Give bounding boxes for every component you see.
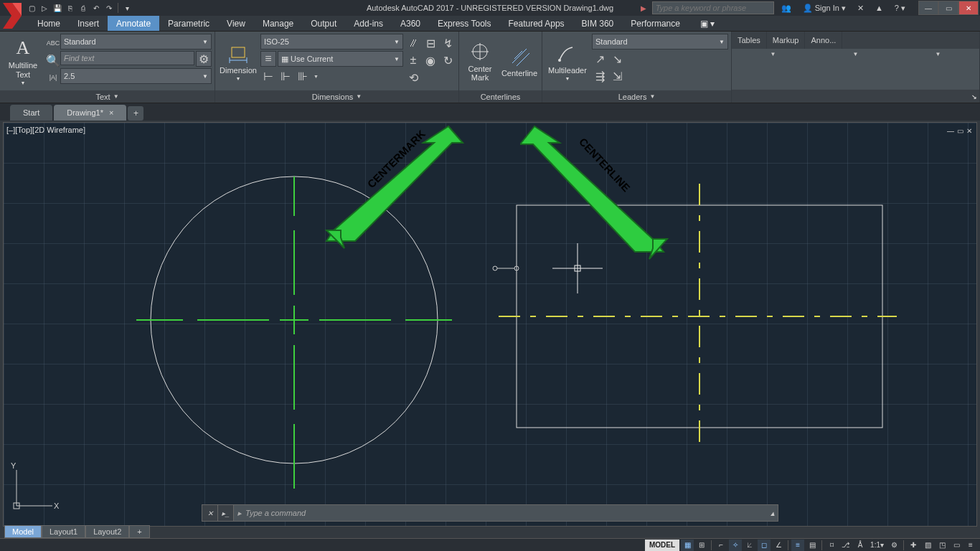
maximize-button[interactable]: ▭ <box>938 1 958 15</box>
tables-expand-icon[interactable]: ▼ <box>766 49 781 59</box>
a360-icon[interactable]: ▲ <box>871 1 887 14</box>
layout-tab[interactable]: Model <box>4 525 42 538</box>
status-iso2-icon[interactable]: ◳ <box>936 540 948 551</box>
sign-in-button[interactable]: 👤 Sign In ▾ <box>798 1 850 14</box>
status-lwt-icon[interactable]: ≡ <box>791 540 804 551</box>
leader-align-icon[interactable]: ⇶ <box>592 68 608 84</box>
menu-tab-view[interactable]: View <box>218 16 254 31</box>
new-tab-button[interactable]: + <box>128 106 143 121</box>
menu-tab-add-ins[interactable]: Add-ins <box>345 16 392 31</box>
status-annoscale-icon[interactable]: Å <box>854 540 867 551</box>
status-snapmode-icon[interactable]: ⊞ <box>695 540 708 551</box>
status-ortho-icon[interactable]: ⌐ <box>715 540 727 551</box>
dim-tol-icon[interactable]: ± <box>405 52 421 68</box>
search-play-icon[interactable]: ▶ <box>638 2 649 14</box>
text-style-dropdown[interactable]: Standard▼ <box>60 34 212 50</box>
dim-insp-icon[interactable]: ◉ <box>423 52 438 68</box>
anno-expand-icon[interactable]: ▼ <box>931 49 946 59</box>
status-sc-icon[interactable]: ⌑ <box>825 540 838 551</box>
markup-expand-icon[interactable]: ▼ <box>849 49 863 59</box>
center-mark-button[interactable]: Center Mark <box>462 34 498 88</box>
cmd-recent-icon[interactable]: ▴ <box>768 509 778 518</box>
status-osnap-icon[interactable]: ◻ <box>758 540 771 551</box>
status-custom-icon[interactable]: ≡ <box>964 540 977 551</box>
exchange-icon[interactable]: ✕ <box>853 1 868 14</box>
menu-tab-a360[interactable]: A360 <box>392 16 429 31</box>
find-text-input[interactable]: Find text <box>60 51 194 65</box>
status-hw-icon[interactable]: ▧ <box>921 540 934 551</box>
ribbon-tab-tables[interactable]: Tables <box>732 32 767 49</box>
dim-layer-icon[interactable]: ≡ <box>260 51 276 67</box>
ribbon-tab-anno[interactable]: Anno... <box>805 32 842 49</box>
viewport-label[interactable]: [–][Top][2D Wireframe] <box>6 126 85 134</box>
ribbon-collapse-icon[interactable]: ▣ ▾ <box>692 16 723 31</box>
menu-tab-home[interactable]: Home <box>29 16 69 31</box>
plot-icon[interactable]: ⎙ <box>77 2 89 14</box>
find-tool-icon[interactable]: 🔍 <box>45 52 61 68</box>
menu-tab-bim-360[interactable]: BIM 360 <box>573 16 623 31</box>
multileader-button[interactable]: Multileader ▼ <box>545 34 590 88</box>
leader-remove-icon[interactable]: ↘ <box>609 51 625 67</box>
add-layout-button[interactable]: + <box>129 525 149 538</box>
continue-dim-icon[interactable]: ⊪ <box>295 68 311 84</box>
dim-space-icon[interactable]: ⊟ <box>423 35 438 51</box>
help-icon[interactable]: ? ▾ <box>890 1 910 14</box>
status-scale-button[interactable]: 1:1 ▾ <box>868 540 886 551</box>
file-tab[interactable]: Start <box>10 105 52 121</box>
layout-tab[interactable]: Layout2 <box>85 525 129 538</box>
autocad-logo-icon[interactable] <box>0 0 24 30</box>
qat-dropdown-icon[interactable]: ▾ <box>121 2 133 14</box>
undo-icon[interactable]: ↶ <box>90 2 102 14</box>
panel-launcher-icon[interactable]: ↘ <box>971 93 977 100</box>
menu-tab-express-tools[interactable]: Express Tools <box>429 16 499 31</box>
menu-tab-parametric[interactable]: Parametric <box>159 16 218 31</box>
find-options-icon[interactable]: ⚙ <box>196 51 212 67</box>
centerline-button[interactable]: Centerline <box>500 34 539 88</box>
status-grid-icon[interactable]: ▦ <box>681 540 694 551</box>
redo-icon[interactable]: ↷ <box>103 2 115 14</box>
menu-tab-annotate[interactable]: Annotate <box>108 16 159 31</box>
multiline-text-button[interactable]: A Multiline Text ▼ <box>3 34 43 88</box>
help-search-input[interactable] <box>652 1 774 14</box>
file-tab[interactable]: Drawing1* × <box>54 105 126 121</box>
dim-upd-icon[interactable]: ↻ <box>440 52 456 68</box>
leader-add-icon[interactable]: ↗ <box>592 51 608 67</box>
panel-expand-icon[interactable]: ▼ <box>649 93 655 100</box>
ribbon-tab-markup[interactable]: Markup <box>767 32 806 49</box>
status-model-button[interactable]: MODEL <box>645 540 679 551</box>
dimension-button[interactable]: Dimension ▼ <box>218 34 258 88</box>
menu-tab-output[interactable]: Output <box>302 16 345 31</box>
panel-expand-icon[interactable]: ▼ <box>356 93 362 100</box>
vp-maximize-icon[interactable]: ▭ <box>957 127 963 135</box>
status-trans-icon[interactable]: ▤ <box>806 540 819 551</box>
command-line[interactable]: ✕ ▸_ ▸ Type a command ▴ <box>202 504 778 522</box>
text-style-icon[interactable]: ABC <box>45 35 61 51</box>
panel-expand-icon[interactable]: ▼ <box>113 93 119 100</box>
saveas-icon[interactable]: ⎘ <box>65 2 76 14</box>
status-iso-icon[interactable]: ⟀ <box>743 540 756 551</box>
layout-tab[interactable]: Layout1 <box>42 525 85 538</box>
drawing-canvas[interactable]: [–][Top][2D Wireframe] — ▭ ✕ <box>3 122 977 527</box>
menu-tab-performance[interactable]: Performance <box>622 16 689 31</box>
cmd-close-icon[interactable]: ✕ <box>202 505 218 521</box>
dim-jog-icon[interactable]: ↯ <box>440 35 456 51</box>
text-height-icon[interactable]: |A| <box>45 70 61 85</box>
status-ws-icon[interactable]: ⚙ <box>887 540 900 551</box>
status-polar-icon[interactable]: ✧ <box>729 540 742 551</box>
menu-tab-featured-apps[interactable]: Featured Apps <box>500 16 573 31</box>
dim-style-dropdown[interactable]: ISO-25▼ <box>260 34 403 50</box>
cmd-history-icon[interactable]: ▸_ <box>218 505 234 521</box>
menu-tab-insert[interactable]: Insert <box>69 16 108 31</box>
quick-dim-icon[interactable]: ⊩ <box>278 68 293 84</box>
status-clean-icon[interactable]: ▭ <box>950 540 963 551</box>
close-tab-icon[interactable]: × <box>109 108 113 117</box>
open-icon[interactable]: ▷ <box>39 2 50 14</box>
text-height-dropdown[interactable]: 2.5▼ <box>60 68 212 84</box>
dim-reassoc-icon[interactable]: ⟲ <box>405 70 421 85</box>
save-icon[interactable]: 💾 <box>52 2 63 14</box>
dim-break-icon[interactable]: ⫽ <box>405 35 421 51</box>
status-track-icon[interactable]: ∠ <box>772 540 785 551</box>
linear-dim-icon[interactable]: ⊢ <box>260 68 276 84</box>
leader-collect-icon[interactable]: ⇲ <box>609 68 625 84</box>
close-button[interactable]: ✕ <box>958 1 979 15</box>
